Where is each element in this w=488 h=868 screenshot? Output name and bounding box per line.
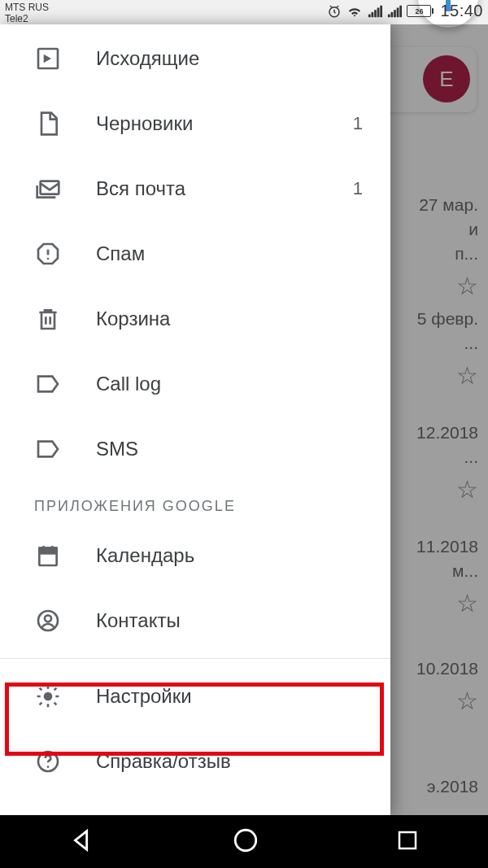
svg-rect-12 bbox=[41, 181, 59, 194]
svg-point-20 bbox=[47, 765, 50, 768]
svg-rect-22 bbox=[399, 832, 416, 848]
drawer-item-count: 1 bbox=[353, 113, 363, 134]
svg-rect-8 bbox=[394, 10, 397, 17]
settings-icon bbox=[34, 683, 62, 710]
drawer-list: Исходящие Черновики 1 Вся почта 1 bbox=[0, 26, 390, 815]
drawer-item-label: Исходящие bbox=[96, 47, 373, 70]
drawer-item-settings[interactable]: Настройки bbox=[0, 664, 390, 729]
outbox-icon bbox=[34, 45, 62, 72]
section-google-apps: ПРИЛОЖЕНИЯ GOOGLE bbox=[0, 482, 390, 523]
divider bbox=[0, 658, 390, 659]
svg-rect-15 bbox=[39, 548, 56, 554]
drawer-item-label: Вся почта bbox=[96, 177, 353, 200]
drawer-item-label: Календарь bbox=[96, 544, 373, 567]
drawer-item-label: Call log bbox=[96, 373, 373, 395]
battery-level: 26 bbox=[407, 5, 431, 17]
signal-1-icon bbox=[368, 5, 382, 18]
svg-rect-7 bbox=[391, 11, 394, 16]
drawer-item-sms[interactable]: SMS bbox=[0, 417, 390, 482]
battery-icon: 26 bbox=[407, 5, 434, 17]
drawer-item-label: SMS bbox=[96, 438, 373, 460]
drafts-icon bbox=[34, 110, 62, 137]
recents-button[interactable] bbox=[395, 828, 420, 856]
back-button[interactable] bbox=[68, 827, 96, 857]
navigation-drawer: Исходящие Черновики 1 Вся почта 1 bbox=[0, 24, 390, 815]
svg-point-21 bbox=[235, 830, 256, 851]
drawer-item-label: Контакты bbox=[96, 609, 373, 632]
status-icons: 26 15:40 bbox=[327, 2, 483, 20]
drawer-item-calllog[interactable]: Call log bbox=[0, 351, 390, 417]
contacts-icon bbox=[34, 607, 62, 635]
screen: MTS RUS Tele2 26 15:40 bbox=[0, 0, 488, 868]
svg-rect-6 bbox=[388, 14, 390, 17]
drawer-item-contacts[interactable]: Контакты bbox=[0, 588, 390, 653]
drawer-item-label: Справка/отзыв bbox=[96, 750, 373, 773]
drawer-item-allmail[interactable]: Вся почта 1 bbox=[0, 156, 390, 221]
drawer-item-count: 1 bbox=[353, 178, 363, 199]
svg-rect-1 bbox=[368, 14, 371, 17]
carrier-2: Tele2 bbox=[5, 13, 49, 24]
android-navbar bbox=[0, 815, 488, 868]
clock-time: 15:40 bbox=[440, 2, 483, 20]
svg-rect-2 bbox=[372, 11, 374, 16]
svg-point-13 bbox=[47, 258, 50, 260]
drawer-item-label: Спам bbox=[96, 242, 373, 265]
drawer-item-outbox[interactable]: Исходящие bbox=[0, 26, 390, 91]
help-icon bbox=[34, 748, 62, 775]
svg-rect-5 bbox=[381, 5, 383, 16]
signal-2-icon bbox=[387, 5, 402, 18]
alarm-icon bbox=[327, 4, 342, 19]
svg-rect-10 bbox=[400, 5, 403, 16]
drawer-item-label: Корзина bbox=[96, 308, 373, 330]
allmail-icon bbox=[34, 175, 62, 203]
home-button[interactable] bbox=[232, 827, 259, 857]
spam-icon bbox=[34, 240, 62, 268]
drawer-item-label: Черновики bbox=[96, 112, 353, 135]
svg-point-17 bbox=[45, 615, 51, 622]
drawer-item-label: Настройки bbox=[96, 685, 373, 708]
drawer-item-help[interactable]: Справка/отзыв bbox=[0, 729, 390, 794]
svg-rect-3 bbox=[375, 10, 377, 17]
svg-point-18 bbox=[45, 693, 51, 700]
wifi-icon bbox=[346, 5, 363, 18]
status-bar: MTS RUS Tele2 26 15:40 bbox=[0, 0, 488, 24]
drawer-item-drafts[interactable]: Черновики 1 bbox=[0, 91, 390, 156]
label-icon bbox=[34, 435, 62, 463]
status-carriers: MTS RUS Tele2 bbox=[5, 2, 49, 24]
drawer-item-calendar[interactable]: Календарь bbox=[0, 523, 390, 588]
label-icon bbox=[34, 370, 62, 398]
drawer-item-trash[interactable]: Корзина bbox=[0, 286, 390, 351]
svg-rect-4 bbox=[377, 7, 380, 17]
trash-icon bbox=[34, 305, 62, 333]
carrier-1: MTS RUS bbox=[5, 2, 49, 13]
drawer-item-spam[interactable]: Спам bbox=[0, 221, 390, 286]
svg-rect-9 bbox=[397, 7, 399, 17]
calendar-icon bbox=[34, 542, 62, 569]
